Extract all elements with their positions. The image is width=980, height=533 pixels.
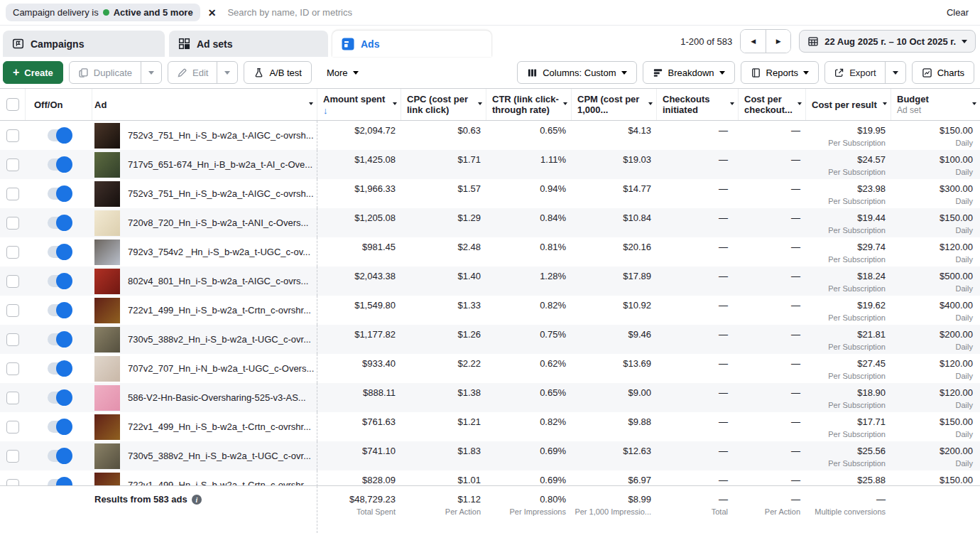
ad-name[interactable]: 792v3_754v2 _Hn_i-S_b-w2a_t-UGC_c-ov... [128, 247, 310, 257]
row-select-cell [0, 179, 26, 208]
tab-campaigns[interactable]: Campaigns [3, 31, 165, 57]
search-input[interactable] [227, 7, 947, 18]
column-menu-caret-icon[interactable] [309, 102, 313, 105]
column-header-cpch[interactable]: Cost per checkout... [739, 89, 806, 120]
column-header-checkouts[interactable]: Checkouts initiated [657, 89, 739, 120]
ad-status-toggle[interactable] [48, 275, 71, 287]
date-range-button[interactable]: 22 Aug 2025 г. – 10 Oct 2025 г. [799, 30, 976, 53]
column-header-toggle[interactable]: Off/On [26, 89, 92, 120]
ad-name[interactable]: 722v1_499_Hn_i-S_b-w2a_t-Crtn_c-ovrshr..… [128, 480, 311, 485]
column-header-cpm[interactable]: CPM (cost per 1,000... [572, 89, 657, 120]
column-menu-caret-icon[interactable] [648, 102, 653, 105]
column-menu-caret-icon[interactable] [797, 102, 802, 105]
ad-thumbnail [94, 298, 120, 323]
row-checkbox[interactable] [6, 188, 19, 200]
ad-name-cell: 730v5_388v2_Hn_i-S_b-w2a_t-UGC_c-ovr... [92, 325, 317, 354]
export-button[interactable]: Export [825, 62, 885, 83]
table-row: 722v1_499_Hn_i-S_b-w2a_t-Crtn_c-ovrshr..… [0, 470, 980, 485]
row-toggle-cell [26, 208, 92, 237]
row-checkbox[interactable] [6, 421, 19, 434]
column-header-budget[interactable]: BudgetAd set [891, 89, 980, 120]
tab-ad-sets[interactable]: Ad sets [169, 31, 328, 57]
columns-button[interactable]: Columns: Custom [517, 61, 636, 84]
row-select-cell [0, 412, 26, 441]
row-checkbox[interactable] [6, 158, 19, 171]
ad-name[interactable]: 720v8_720_Hn_i-S_b-w2a_t-ANI_c-Overs... [128, 217, 308, 228]
edit-button[interactable]: Edit [168, 62, 217, 83]
ad-status-toggle[interactable] [48, 421, 71, 433]
create-button[interactable]: + Create [3, 61, 63, 84]
ad-status-toggle[interactable] [48, 304, 71, 316]
row-checkbox[interactable] [6, 333, 19, 346]
row-checkbox[interactable] [6, 304, 19, 317]
more-button[interactable]: More [317, 61, 368, 84]
column-header-ctr[interactable]: CTR (link click-through rate) [486, 89, 572, 120]
row-checkbox[interactable] [6, 479, 19, 486]
info-icon[interactable]: i [192, 495, 202, 505]
row-checkbox[interactable] [6, 217, 19, 230]
sort-descending-icon[interactable]: ↓ [323, 105, 390, 116]
cell-spent: $933.40 [317, 354, 401, 383]
ad-name[interactable]: 730v5_388v2_Hn_i-S_b-w2a_t-UGC_c-ovr... [128, 334, 311, 345]
row-toggle-cell [26, 383, 92, 412]
ad-status-toggle[interactable] [48, 188, 71, 200]
ad-status-toggle[interactable] [48, 479, 71, 485]
column-menu-caret-icon[interactable] [563, 102, 567, 105]
cell-checkouts: — [657, 412, 739, 441]
column-menu-caret-icon[interactable] [393, 102, 397, 105]
duplicate-menu-button[interactable] [141, 62, 161, 83]
row-checkbox[interactable] [6, 362, 19, 375]
ad-status-toggle[interactable] [48, 217, 71, 229]
clear-filters-button[interactable]: Clear [947, 7, 969, 18]
charts-button[interactable]: Charts [912, 61, 974, 84]
export-menu-button[interactable] [885, 62, 905, 83]
column-header-name[interactable]: Ad [92, 89, 317, 120]
duplicate-button[interactable]: Duplicate [70, 62, 141, 83]
ad-name[interactable]: 722v1_499_Hn_i-S_b-w2a_t-Crtn_c-ovrshr..… [128, 305, 311, 316]
remove-filter-icon[interactable]: ✕ [208, 8, 217, 18]
column-header-spent[interactable]: Amount spent↓ [317, 89, 401, 120]
cell-budget: $500.00Daily [891, 266, 980, 296]
ad-status-toggle[interactable] [48, 333, 71, 345]
ad-name[interactable]: 707v2_707_Hn_i-N_b-w2a_t-UGC_c-Overs... [128, 363, 314, 374]
ad-name[interactable]: 586-V2-Hn-Basic-Oversharing-525-v3-AS... [128, 392, 306, 403]
breakdown-button[interactable]: Breakdown [643, 61, 735, 84]
ad-name[interactable]: 802v4_801_Hn_i-S_b-w2a_t-AIGC_c-ovrs... [128, 276, 308, 286]
ad-status-toggle[interactable] [48, 246, 71, 258]
ad-status-toggle[interactable] [48, 158, 71, 171]
row-checkbox[interactable] [6, 275, 19, 288]
column-menu-caret-icon[interactable] [478, 102, 482, 105]
ad-name[interactable]: 717v5_651-674_Hn_i-B_b-w2a_t-AI_c-Ove... [128, 159, 312, 170]
tab-ads[interactable]: Ads [332, 31, 491, 57]
ad-name[interactable]: 730v5_388v2_Hn_i-S_b-w2a_t-UGC_c-ovr... [128, 451, 311, 461]
campaign-delivery-filter-chip[interactable]: Campaign delivery is Active and 5 more [6, 4, 200, 21]
previous-page-button[interactable]: ◀ [741, 30, 766, 53]
ab-test-button[interactable]: A/B test [244, 61, 312, 84]
ad-status-toggle[interactable] [48, 129, 71, 141]
column-header-cpc[interactable]: CPC (cost per link click) [401, 89, 486, 120]
ad-status-toggle[interactable] [48, 392, 71, 404]
select-all-checkbox[interactable] [6, 98, 19, 111]
ad-name[interactable]: 752v3_751_Hn_i-S_b-w2a_t-AIGC_c-ovrsh... [128, 188, 314, 199]
row-select-cell [0, 354, 26, 383]
column-menu-caret-icon[interactable] [972, 102, 976, 105]
ad-status-toggle[interactable] [48, 450, 71, 462]
column-header-cpr[interactable]: Cost per result [806, 89, 891, 120]
footer-total-spent: $48,729.23Total Spent [317, 486, 401, 533]
ad-name[interactable]: 752v3_751_Hn_i-S_b-w2a_t-AIGC_c-ovrsh... [128, 130, 314, 141]
filter-bar: Campaign delivery is Active and 5 more ✕… [0, 0, 980, 26]
cell-checkouts: — [657, 470, 739, 485]
ad-name[interactable]: 722v1_499_Hn_i-S_b-w2a_t-Crtn_c-ovrshr..… [128, 421, 311, 432]
column-menu-caret-icon[interactable] [730, 102, 734, 105]
ad-status-toggle[interactable] [48, 362, 71, 375]
edit-menu-button[interactable] [217, 62, 237, 83]
row-checkbox[interactable] [6, 246, 19, 259]
row-checkbox[interactable] [6, 129, 19, 142]
cell-cpc: $1.38 [401, 383, 486, 412]
next-page-button[interactable]: ▶ [766, 30, 790, 53]
row-checkbox[interactable] [6, 450, 19, 463]
column-menu-caret-icon[interactable] [883, 102, 887, 105]
reports-button[interactable]: Reports [741, 61, 820, 84]
table-row: 752v3_751_Hn_i-S_b-w2a_t-AIGC_c-ovrsh...… [0, 121, 980, 150]
row-checkbox[interactable] [6, 392, 19, 404]
